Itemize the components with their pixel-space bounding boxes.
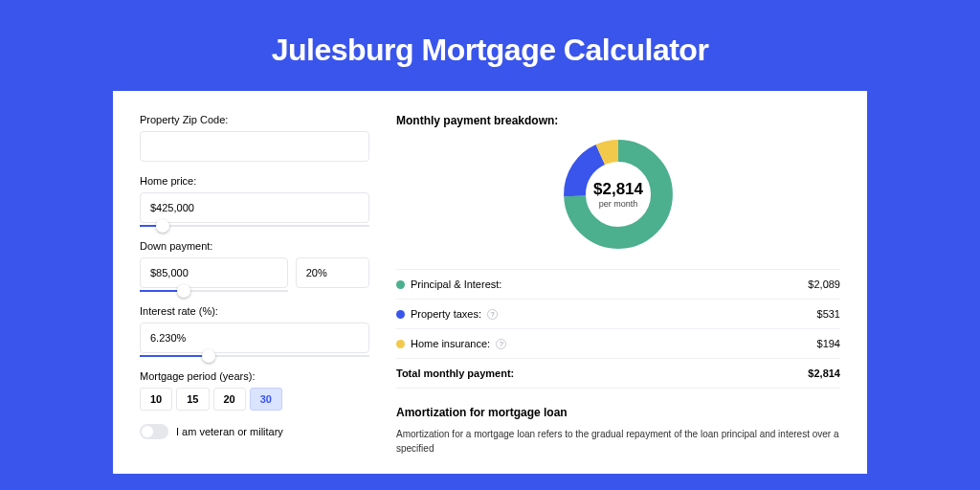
donut-chart-wrap: $2,814 per month bbox=[396, 137, 840, 252]
rate-field: Interest rate (%): bbox=[140, 305, 369, 357]
zip-input[interactable] bbox=[140, 131, 369, 162]
legend-row-insurance: Home insurance: ? $194 bbox=[396, 329, 840, 359]
down-amount-input[interactable] bbox=[140, 257, 288, 288]
period-button-10[interactable]: 10 bbox=[140, 388, 172, 411]
price-label: Home price: bbox=[140, 175, 369, 187]
form-panel: Property Zip Code: Home price: Down paym… bbox=[140, 114, 369, 474]
down-label: Down payment: bbox=[140, 240, 369, 252]
donut-sublabel: per month bbox=[599, 199, 638, 209]
legend-label: Property taxes: bbox=[411, 308, 481, 320]
legend: Principal & Interest: $2,089 Property ta… bbox=[396, 269, 840, 389]
breakdown-title: Monthly payment breakdown: bbox=[396, 114, 840, 127]
page-title: Julesburg Mortgage Calculator bbox=[0, 33, 980, 68]
veteran-label: I am veteran or military bbox=[176, 426, 283, 437]
legend-row-taxes: Property taxes: ? $531 bbox=[396, 300, 840, 329]
legend-label: Principal & Interest: bbox=[411, 278, 501, 290]
zip-label: Property Zip Code: bbox=[140, 114, 369, 125]
legend-value: $194 bbox=[817, 338, 840, 349]
legend-value: $531 bbox=[817, 308, 840, 320]
legend-dot-icon bbox=[396, 310, 405, 319]
period-button-15[interactable]: 15 bbox=[176, 388, 209, 411]
period-button-20[interactable]: 20 bbox=[213, 388, 246, 411]
total-value: $2,814 bbox=[808, 368, 840, 379]
donut-value: $2,814 bbox=[593, 180, 643, 199]
veteran-toggle[interactable] bbox=[140, 424, 168, 439]
down-percent-input[interactable] bbox=[296, 257, 369, 288]
price-field: Home price: bbox=[140, 175, 369, 227]
legend-label: Home insurance: bbox=[411, 338, 490, 349]
rate-label: Interest rate (%): bbox=[140, 305, 369, 317]
legend-dot-icon bbox=[396, 280, 405, 289]
legend-row-principal: Principal & Interest: $2,089 bbox=[396, 270, 840, 300]
legend-row-total: Total monthly payment: $2,814 bbox=[396, 359, 840, 389]
period-button-30[interactable]: 30 bbox=[250, 388, 282, 411]
down-field: Down payment: bbox=[140, 240, 369, 292]
down-slider[interactable] bbox=[140, 290, 288, 292]
legend-dot-icon bbox=[396, 340, 405, 348]
price-input[interactable] bbox=[140, 192, 369, 223]
amortization-body: Amortization for a mortgage loan refers … bbox=[396, 427, 840, 456]
amortization-section: Amortization for mortgage loan Amortizat… bbox=[396, 406, 840, 456]
amortization-title: Amortization for mortgage loan bbox=[396, 406, 840, 419]
veteran-toggle-row: I am veteran or military bbox=[140, 424, 369, 439]
rate-input[interactable] bbox=[140, 323, 369, 353]
period-field: Mortgage period (years): 10 15 20 30 bbox=[140, 370, 369, 411]
price-slider[interactable] bbox=[140, 225, 369, 227]
calculator-card: Property Zip Code: Home price: Down paym… bbox=[113, 91, 867, 474]
period-label: Mortgage period (years): bbox=[140, 370, 369, 382]
donut-chart: $2,814 per month bbox=[561, 137, 676, 252]
total-label: Total monthly payment: bbox=[396, 368, 514, 379]
legend-value: $2,089 bbox=[808, 278, 840, 290]
info-icon[interactable]: ? bbox=[496, 339, 506, 349]
results-panel: Monthly payment breakdown: $2,814 per mo… bbox=[396, 114, 840, 474]
rate-slider[interactable] bbox=[140, 355, 369, 357]
zip-field: Property Zip Code: bbox=[140, 114, 369, 162]
info-icon[interactable]: ? bbox=[487, 309, 498, 320]
